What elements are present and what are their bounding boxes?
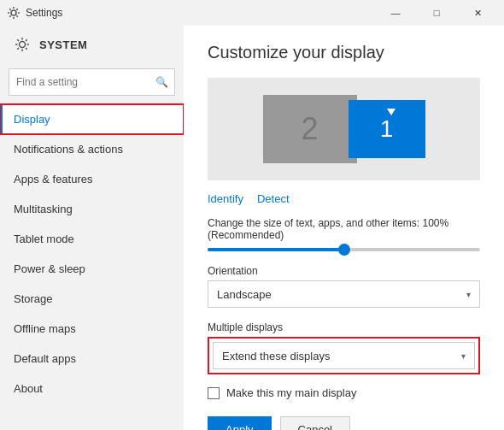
svg-point-0 — [11, 10, 16, 15]
detect-button[interactable]: Detect — [257, 192, 290, 205]
titlebar-title: Settings — [26, 7, 376, 19]
titlebar-controls: — □ ✕ — [376, 0, 497, 26]
chevron-down-icon-2: ▾ — [461, 351, 466, 361]
main-display-label: Make this my main display — [226, 386, 356, 399]
content-area: Customize your display 2 1 Identify Dete… — [184, 26, 504, 430]
search-input[interactable] — [9, 68, 175, 96]
display-preview: 2 1 — [208, 78, 480, 180]
sidebar-item-display[interactable]: Display — [0, 104, 184, 134]
cancel-button[interactable]: Cancel — [280, 416, 350, 430]
system-label: SYSTEM — [39, 38, 87, 51]
sidebar-item-default[interactable]: Default apps — [0, 344, 184, 374]
scale-label: Change the size of text, apps, and other… — [208, 217, 480, 241]
monitor-2-label: 2 — [301, 111, 318, 147]
monitor-1-label: 1 — [380, 115, 394, 143]
sidebar-item-multitasking[interactable]: Multitasking — [0, 194, 184, 224]
sidebar-item-about[interactable]: About — [0, 374, 184, 403]
minimize-button[interactable]: — — [376, 0, 415, 26]
scale-slider[interactable] — [208, 248, 480, 251]
sidebar-header: SYSTEM — [0, 26, 184, 63]
sidebar-item-storage[interactable]: Storage — [0, 284, 184, 314]
identify-button[interactable]: Identify — [208, 192, 243, 205]
multiple-displays-section: Extend these displays ▾ — [208, 337, 480, 374]
monitor-1[interactable]: 1 — [349, 100, 425, 158]
multiple-displays-select[interactable]: Extend these displays ▾ — [213, 342, 475, 369]
sidebar-item-apps[interactable]: Apps & features — [0, 164, 184, 194]
page-title: Customize your display — [208, 43, 480, 62]
sidebar-item-power[interactable]: Power & sleep — [0, 254, 184, 284]
close-button[interactable]: ✕ — [458, 0, 497, 26]
scale-slider-container[interactable] — [208, 248, 480, 251]
slider-thumb[interactable] — [338, 244, 350, 256]
app-container: SYSTEM 🔍 Display Notifications & actions… — [0, 26, 504, 430]
main-display-checkbox[interactable] — [208, 387, 220, 399]
orientation-value: Landscape — [217, 288, 272, 301]
cursor-icon — [387, 109, 396, 115]
sidebar: SYSTEM 🔍 Display Notifications & actions… — [0, 26, 184, 430]
multiple-displays-label: Multiple displays — [208, 321, 480, 333]
slider-fill — [208, 248, 344, 251]
monitor-2[interactable]: 2 — [263, 95, 357, 163]
sidebar-item-tablet[interactable]: Tablet mode — [0, 224, 184, 254]
svg-point-1 — [20, 42, 26, 48]
titlebar: Settings — □ ✕ — [0, 0, 504, 26]
orientation-select[interactable]: Landscape ▾ — [208, 280, 480, 308]
apply-button[interactable]: Apply — [208, 416, 272, 430]
links-row: Identify Detect — [208, 192, 480, 205]
orientation-label: Orientation — [208, 265, 480, 277]
sidebar-item-offline[interactable]: Offline maps — [0, 314, 184, 344]
gear-icon — [14, 36, 31, 53]
multiple-displays-value: Extend these displays — [222, 350, 330, 362]
sidebar-item-notifications[interactable]: Notifications & actions — [0, 134, 184, 164]
settings-icon — [7, 6, 21, 20]
sidebar-search[interactable]: 🔍 — [9, 68, 175, 96]
buttons-row: Apply Cancel — [208, 416, 480, 430]
chevron-down-icon: ▾ — [466, 290, 471, 299]
sidebar-nav: Display Notifications & actions Apps & f… — [0, 104, 184, 403]
main-display-row[interactable]: Make this my main display — [208, 386, 480, 399]
maximize-button[interactable]: □ — [417, 0, 456, 26]
search-icon: 🔍 — [155, 76, 168, 88]
